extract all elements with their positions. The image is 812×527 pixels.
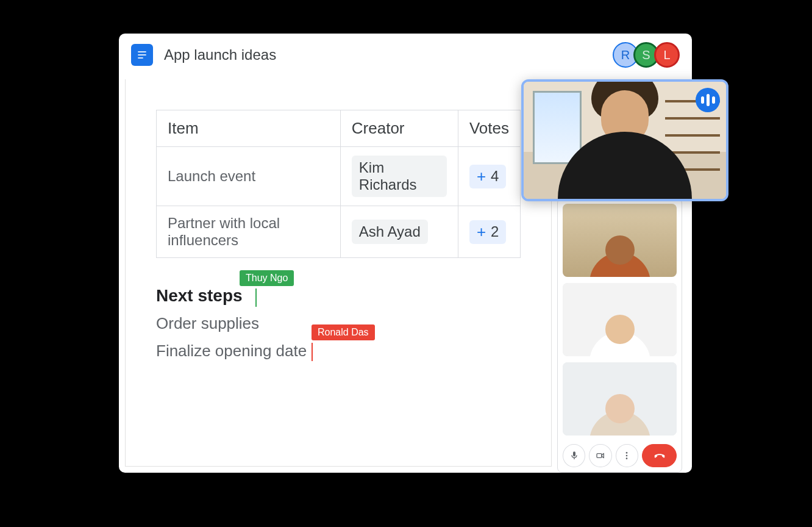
cell-creator[interactable]: Kim Richards xyxy=(340,147,458,206)
svg-point-6 xyxy=(626,457,628,459)
camera-icon xyxy=(596,451,605,461)
active-speaker-tile[interactable] xyxy=(521,79,728,201)
mic-button[interactable] xyxy=(563,444,585,467)
creator-chip[interactable]: Kim Richards xyxy=(352,156,447,197)
speaking-indicator-icon xyxy=(696,88,720,112)
more-vertical-icon xyxy=(622,451,632,461)
col-creator: Creator xyxy=(340,110,458,147)
col-item: Item xyxy=(157,110,341,147)
vote-chip[interactable]: +4 xyxy=(469,165,507,188)
mic-icon xyxy=(569,451,579,461)
svg-rect-0 xyxy=(138,51,146,52)
collaborator-avatars: R S L xyxy=(618,42,680,68)
table-header-row: Item Creator Votes xyxy=(157,110,521,147)
collaborator-avatar-l[interactable]: L xyxy=(654,42,680,68)
plus-icon: + xyxy=(477,167,486,186)
svg-rect-1 xyxy=(138,54,146,56)
cell-item[interactable]: Partner with local influencers xyxy=(157,206,341,258)
video-thumbnail[interactable] xyxy=(563,204,677,277)
cell-item[interactable]: Launch event xyxy=(157,147,341,206)
svg-rect-3 xyxy=(597,454,602,458)
col-votes: Votes xyxy=(458,110,520,147)
body-line[interactable]: Order supplies xyxy=(156,314,259,333)
ideas-table: Item Creator Votes Launch event Kim Rich… xyxy=(156,110,521,258)
svg-point-5 xyxy=(626,455,628,457)
vote-count: 4 xyxy=(491,168,499,185)
svg-point-4 xyxy=(626,452,628,454)
call-controls xyxy=(563,442,677,467)
table-row: Partner with local influencers Ash Ayad … xyxy=(157,206,521,258)
plus-icon: + xyxy=(477,223,486,242)
camera-button[interactable] xyxy=(589,444,611,467)
section-heading[interactable]: Next steps xyxy=(156,286,243,306)
hangup-button[interactable] xyxy=(642,444,677,467)
video-call-panel xyxy=(557,198,682,473)
table-row: Launch event Kim Richards +4 xyxy=(157,147,521,206)
room-window xyxy=(533,91,582,164)
cell-votes[interactable]: +2 xyxy=(458,206,520,258)
phone-hangup-icon xyxy=(653,449,666,462)
docs-window: App launch ideas R S L Item Creator Vote… xyxy=(119,34,692,473)
cell-votes[interactable]: +4 xyxy=(458,147,520,206)
document-body[interactable]: Item Creator Votes Launch event Kim Rich… xyxy=(125,79,552,467)
document-lines-icon xyxy=(136,49,148,61)
collab-cursor-label-green: Thuy Ngo xyxy=(240,270,294,286)
body-line[interactable]: Finalize opening date xyxy=(156,342,307,360)
document-title[interactable]: App launch ideas xyxy=(164,46,618,63)
collab-cursor-red xyxy=(312,343,313,361)
video-thumbnail[interactable] xyxy=(563,362,677,436)
vote-chip[interactable]: +2 xyxy=(469,220,507,244)
svg-rect-2 xyxy=(138,57,143,59)
cell-creator[interactable]: Ash Ayad xyxy=(340,206,458,258)
creator-chip[interactable]: Ash Ayad xyxy=(352,220,428,244)
more-options-button[interactable] xyxy=(616,444,638,467)
collab-cursor-label-red: Ronald Das xyxy=(312,324,375,340)
video-thumbnail[interactable] xyxy=(563,283,677,356)
header-bar: App launch ideas R S L xyxy=(119,34,692,74)
vote-count: 2 xyxy=(491,223,499,240)
collab-cursor-green xyxy=(255,289,257,307)
docs-app-icon[interactable] xyxy=(131,44,153,66)
